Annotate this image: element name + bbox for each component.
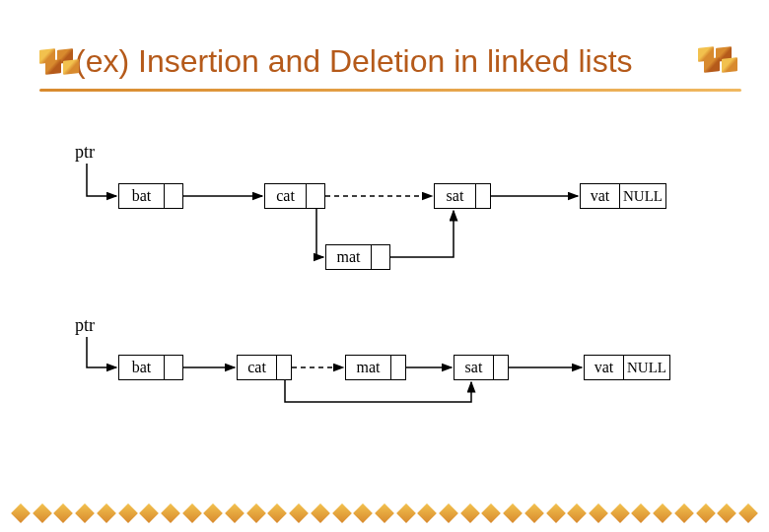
- ptr-label-2: ptr: [75, 315, 95, 336]
- node-data: mat: [326, 245, 372, 269]
- node-data: mat: [346, 356, 391, 379]
- node-data: bat: [119, 184, 165, 208]
- node-data: bat: [119, 356, 165, 379]
- node-data: sat: [435, 184, 476, 208]
- title-bar: (ex) Insertion and Deletion in linked li…: [39, 43, 730, 80]
- diagram-area: ptr bat cat sat vat NULL mat ptr bat cat: [0, 128, 769, 493]
- node-data: cat: [265, 184, 307, 208]
- footer-decoration: [14, 506, 755, 526]
- node-vat-2: vat NULL: [584, 355, 670, 380]
- null-label: NULL: [624, 356, 670, 379]
- node-sat-2: sat: [454, 355, 509, 380]
- node-data: vat: [581, 184, 620, 208]
- node-ptr: [476, 184, 490, 208]
- node-mat-2: mat: [345, 355, 406, 380]
- node-ptr: [494, 356, 508, 379]
- page-title: (ex) Insertion and Deletion in linked li…: [75, 43, 633, 80]
- null-label: NULL: [620, 184, 666, 208]
- node-data: cat: [238, 356, 277, 379]
- cube-icon-left: [39, 49, 79, 74]
- title-underline: [39, 89, 741, 92]
- node-mat-insert: mat: [325, 244, 390, 270]
- slide: (ex) Insertion and Deletion in linked li…: [0, 0, 769, 532]
- node-data: sat: [454, 356, 494, 379]
- node-bat-2: bat: [118, 355, 183, 380]
- cube-icon-right: [698, 47, 737, 72]
- node-sat-1: sat: [434, 183, 491, 209]
- ptr-label-1: ptr: [75, 142, 95, 163]
- node-data: vat: [585, 356, 624, 379]
- node-ptr: [277, 356, 291, 379]
- node-bat-1: bat: [118, 183, 183, 209]
- node-ptr: [372, 245, 389, 269]
- node-cat-1: cat: [264, 183, 325, 209]
- node-ptr: [307, 184, 324, 208]
- node-ptr: [165, 184, 182, 208]
- node-ptr: [391, 356, 405, 379]
- node-cat-2: cat: [237, 355, 292, 380]
- node-vat-1: vat NULL: [580, 183, 666, 209]
- node-ptr: [165, 356, 182, 379]
